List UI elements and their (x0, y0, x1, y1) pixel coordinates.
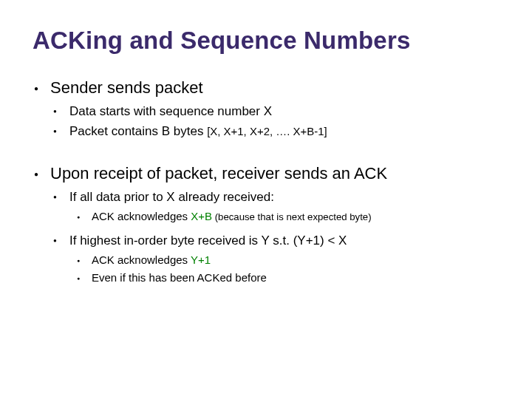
bullet-case1-ack: ACK acknowledges X+B (because that is ne… (75, 209, 499, 224)
bullet-sender-sub2: Packet contains B bytes [X, X+1, X+2, ….… (52, 123, 499, 140)
slide: ACKing and Sequence Numbers Sender sends… (0, 0, 532, 399)
text: ACK acknowledges (92, 253, 191, 266)
bullet-sender-heading: Sender sends packet (33, 78, 499, 98)
text: ACK acknowledges (92, 210, 191, 222)
bullet-list: Sender sends packet Data starts with seq… (33, 78, 499, 286)
bullet-case2-even: Even if this has been ACKed before (75, 270, 499, 285)
sequence-range: [X, X+1, X+2, …. X+B-1] (207, 125, 327, 137)
ack-value-y1: Y+1 (191, 253, 211, 266)
bullet-receipt-heading: Upon receipt of packet, receiver sends a… (33, 164, 499, 183)
slide-title: ACKing and Sequence Numbers (33, 27, 499, 55)
text: (because that is next expected byte) (212, 211, 372, 222)
ack-value-xb: X+B (191, 210, 212, 222)
bullet-sender-sub1: Data starts with sequence number X (52, 103, 499, 120)
text: Packet contains B bytes (69, 124, 207, 138)
bullet-case2-ack: ACK acknowledges Y+1 (75, 253, 499, 267)
bullet-case2: If highest in-order byte received is Y s… (52, 233, 499, 250)
bullet-case1: If all data prior to X already received: (52, 189, 499, 206)
